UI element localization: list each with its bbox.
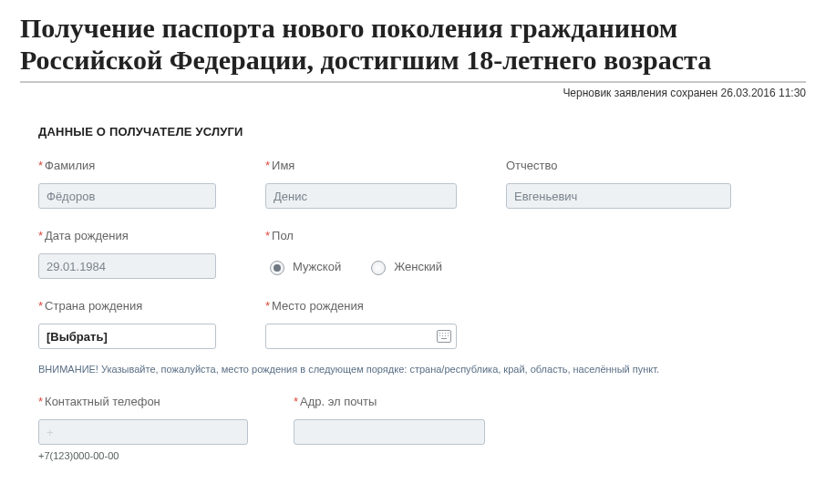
- sex-male-label: Мужской: [293, 260, 341, 273]
- sex-female-radio[interactable]: Женский: [367, 258, 442, 275]
- label-country: Страна рождения: [38, 299, 216, 313]
- label-patronymic: Отчество: [506, 159, 731, 172]
- label-dob: Дата рождения: [38, 229, 216, 242]
- phone-format-hint: +7(123)000-00-00: [38, 450, 248, 461]
- section-heading-applicant: ДАННЫЕ О ПОЛУЧАТЕЛЕ УСЛУГИ: [38, 125, 806, 139]
- label-phone: Контактный телефон: [38, 395, 248, 408]
- label-surname: Фамилия: [38, 159, 216, 172]
- label-email: Адр. эл почты: [294, 395, 485, 408]
- place-hint: ВНИМАНИЕ! Указывайте, пожалуйста, место …: [38, 364, 749, 375]
- sex-male-radio[interactable]: Мужской: [265, 258, 341, 275]
- label-sex: Пол: [265, 229, 442, 242]
- country-select[interactable]: [Выбрать]: [38, 324, 216, 349]
- patronymic-field[interactable]: [506, 183, 731, 209]
- label-name: Имя: [265, 159, 457, 172]
- phone-field[interactable]: [38, 419, 248, 445]
- page-title: Получение паспорта нового поколения граж…: [20, 13, 806, 83]
- name-field[interactable]: [265, 183, 457, 209]
- draft-saved-status: Черновик заявления сохранен 26.03.2016 1…: [20, 87, 806, 99]
- dob-field[interactable]: [38, 253, 216, 279]
- place-field[interactable]: [265, 324, 457, 349]
- surname-field[interactable]: [38, 183, 216, 209]
- sex-female-label: Женский: [394, 260, 442, 273]
- email-field[interactable]: [294, 419, 485, 445]
- label-place: Место рождения: [265, 299, 457, 313]
